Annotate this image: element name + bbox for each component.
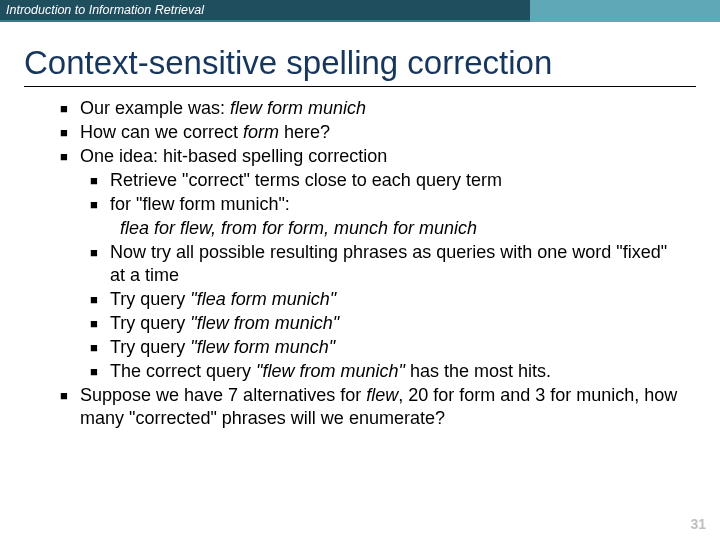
sub-bullet-continuation: flea for flew, from for form, munch for … [120,217,680,240]
bullet-text: Try query "flea form munich" [110,288,680,311]
bullet-item: ■ Suppose we have 7 alternatives for fle… [60,384,680,430]
bullet-text: Try query "flew from munich" [110,312,680,335]
header-accent [530,0,720,22]
bullet-text: for "flew form munich": [110,193,680,216]
bullet-icon: ■ [90,336,110,359]
sub-bullet-item: ■ The correct query "flew from munich" h… [90,360,680,383]
bullet-text: The correct query "flew from munich" has… [110,360,680,383]
title-underline [24,86,696,87]
bullet-text: One idea: hit-based spelling correction [80,145,680,168]
bullet-icon: ■ [90,241,110,287]
bullet-icon: ■ [60,145,80,168]
bullet-text: Now try all possible resulting phrases a… [110,241,680,287]
bullet-icon: ■ [90,169,110,192]
slide-body: ■ Our example was: flew form munich ■ Ho… [0,97,720,430]
bullet-icon: ■ [90,193,110,216]
sub-bullet-item: ■ for "flew form munich": [90,193,680,216]
bullet-icon: ■ [90,288,110,311]
sub-bullet-item: ■ Try query "flea form munich" [90,288,680,311]
bullet-text: Suppose we have 7 alternatives for flew,… [80,384,680,430]
sub-bullet-item: ■ Try query "flew from munich" [90,312,680,335]
bullet-text: Retrieve "correct" terms close to each q… [110,169,680,192]
page-number: 31 [690,516,706,532]
header-course-title: Introduction to Information Retrieval [0,3,204,17]
bullet-item: ■ How can we correct form here? [60,121,680,144]
bullet-icon: ■ [60,97,80,120]
bullet-icon: ■ [60,384,80,430]
bullet-icon: ■ [60,121,80,144]
bullet-icon: ■ [90,312,110,335]
bullet-text: Try query "flew form munch" [110,336,680,359]
slide-header: Introduction to Information Retrieval [0,0,720,22]
bullet-item: ■ One idea: hit-based spelling correctio… [60,145,680,168]
bullet-text: Our example was: flew form munich [80,97,680,120]
bullet-text: How can we correct form here? [80,121,680,144]
bullet-text: flea for flew, from for form, munch for … [120,217,680,240]
bullet-icon: ■ [90,360,110,383]
sub-bullet-item: ■ Try query "flew form munch" [90,336,680,359]
slide-title: Context-sensitive spelling correction [0,22,720,86]
sub-bullet-item: ■ Now try all possible resulting phrases… [90,241,680,287]
sub-bullet-item: ■ Retrieve "correct" terms close to each… [90,169,680,192]
bullet-item: ■ Our example was: flew form munich [60,97,680,120]
